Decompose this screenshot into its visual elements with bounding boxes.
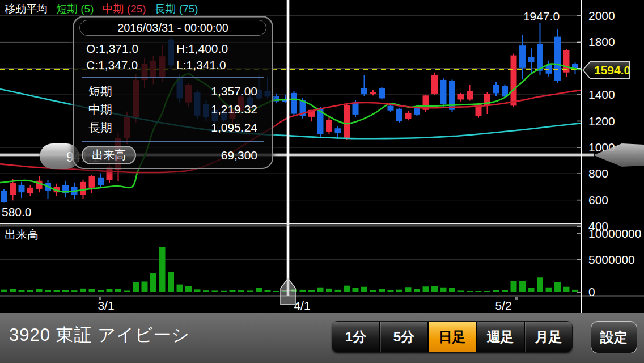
- legend-item-mid: 中期 (25): [103, 2, 146, 16]
- volume-bar: [493, 290, 499, 292]
- volume-bar: [502, 290, 508, 292]
- candle: [379, 88, 385, 98]
- price-axis-label: 2000: [588, 10, 615, 22]
- tooltip-ma-short-value: 1,357.00: [211, 82, 257, 100]
- volume-bar: [458, 290, 464, 292]
- volume-bar: [300, 290, 306, 292]
- volume-bar: [212, 290, 218, 292]
- volume-bar: [388, 290, 394, 292]
- volume-bar: [554, 282, 561, 292]
- moving-average-legend: 移動平均 短期 (5) 中期 (25) 長期 (75): [5, 2, 198, 16]
- volume-bar: [476, 291, 482, 292]
- candle: [98, 178, 104, 185]
- candle: [89, 176, 95, 188]
- candle: [370, 92, 376, 94]
- candle: [361, 88, 367, 94]
- volume-bar: [379, 289, 385, 292]
- legend-item-long: 長期 (75): [155, 2, 198, 16]
- volume-bar: [80, 289, 86, 292]
- volume-bar: [238, 290, 244, 292]
- volume-bar: [484, 291, 490, 292]
- volume-bar: [423, 286, 429, 292]
- price-axis-label: 1800: [588, 36, 615, 48]
- price-axis-label: 800: [588, 168, 608, 179]
- tooltip-ma-long-label: 長期: [88, 119, 112, 137]
- volume-bar: [265, 290, 271, 292]
- volume-bar: [62, 290, 69, 292]
- candle: [19, 185, 25, 192]
- candle: [440, 80, 447, 104]
- period-high-label: 1947.0: [517, 10, 566, 23]
- candle: [431, 75, 438, 94]
- volume-bar: [361, 287, 367, 292]
- tooltip-open: O:1,371.0: [86, 40, 176, 57]
- candle: [353, 103, 359, 115]
- volume-bar: [537, 277, 543, 292]
- current-price-value: 1594.0: [583, 62, 629, 78]
- volume-bar: [308, 290, 315, 292]
- volume-bar: [115, 289, 121, 292]
- volume-bar: [185, 286, 192, 292]
- candle: [291, 93, 297, 114]
- volume-bar: [142, 281, 148, 292]
- candle: [388, 106, 394, 111]
- date-axis-label: 4/1: [294, 299, 310, 313]
- candle: [519, 45, 526, 68]
- volume-bar: [1, 290, 7, 292]
- candle: [27, 188, 33, 193]
- crosshair-drag-handle: [281, 278, 295, 305]
- volume-bar: [203, 290, 209, 292]
- ohlc-tooltip: 2016/03/31 - 00:00:00 O:1,371.0 H:1,400.…: [73, 16, 273, 169]
- volume-bar: [27, 290, 33, 292]
- candle: [467, 91, 473, 99]
- candle: [344, 105, 350, 139]
- candle: [493, 85, 499, 93]
- volume-bar: [335, 290, 341, 292]
- volume-bar: [221, 291, 227, 292]
- volume-bar: [370, 290, 376, 292]
- price-axis-label: 1200: [588, 116, 615, 127]
- tooltip-close: C:1,347.0: [86, 57, 176, 73]
- volume-bar: [344, 286, 350, 292]
- tooltip-low: L:1,341.0: [176, 57, 266, 73]
- tooltip-divider: [82, 141, 264, 142]
- tooltip-ma-mid-label: 中期: [88, 100, 112, 119]
- volume-bar: [326, 289, 332, 292]
- candle: [528, 57, 535, 62]
- volume-bar: [54, 290, 60, 292]
- volume-axis-label: 0: [588, 286, 595, 298]
- volume-bar: [511, 281, 517, 292]
- volume-axis-label: 5000000: [588, 254, 635, 265]
- volume-bar: [107, 289, 113, 292]
- period-low-label: 580.0: [2, 205, 32, 219]
- volume-panel-title: 出来高: [5, 227, 39, 242]
- date-axis-label: 5/2: [495, 299, 511, 313]
- volume-bar: [19, 290, 25, 292]
- legend-title: 移動平均: [5, 2, 48, 16]
- volume-axis-label: 10000000: [588, 228, 641, 239]
- volume-bar: [71, 290, 78, 292]
- volume-bar: [159, 247, 166, 292]
- volume-bar: [353, 288, 359, 292]
- bottom-toolbar: 3920 東証 アイビーシ 1分 5分 日足 週足 月足 設定: [0, 313, 644, 363]
- date-axis-label: 3/1: [98, 299, 114, 313]
- volume-bar: [194, 289, 201, 292]
- candle: [80, 182, 86, 195]
- volume-bar: [150, 273, 156, 292]
- settings-button[interactable]: 設定: [591, 321, 637, 353]
- tooltip-ma-mid-value: 1,219.32: [211, 100, 257, 119]
- volume-bar: [396, 290, 402, 292]
- volume-bar: [168, 272, 174, 292]
- volume-bar: [467, 291, 473, 292]
- volume-bar: [431, 286, 438, 292]
- candle: [1, 191, 7, 202]
- candle: [326, 120, 332, 132]
- volume-bar: [10, 289, 16, 292]
- volume-bar: [440, 288, 447, 292]
- candle: [396, 109, 402, 121]
- candle: [458, 94, 464, 99]
- volume-bar: [564, 287, 570, 292]
- price-axis-label: 600: [588, 195, 608, 206]
- volume-bar: [230, 290, 236, 292]
- volume-bar: [124, 290, 130, 292]
